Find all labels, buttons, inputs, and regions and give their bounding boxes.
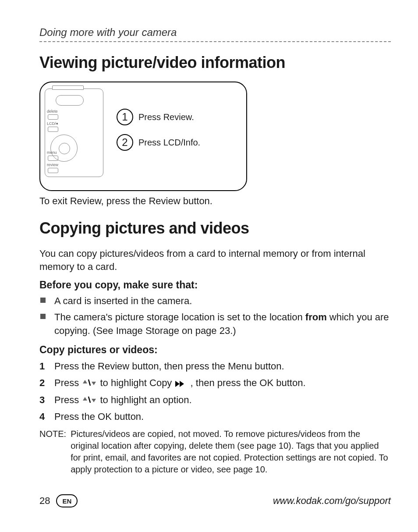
page-number: 28: [39, 495, 50, 507]
step-text-1: Press Review.: [138, 112, 194, 122]
camera-button-delete: [48, 114, 58, 120]
up-down-arrow-icon: [81, 395, 97, 406]
svg-marker-5: [83, 397, 87, 401]
svg-marker-4: [180, 381, 184, 387]
camera-label-review: review: [47, 163, 58, 167]
step-number-1: 1: [117, 109, 133, 125]
support-url: www.kodak.com/go/support: [273, 495, 391, 507]
camera-label-delete: delete: [47, 109, 58, 113]
camera-button-menu: [48, 156, 58, 161]
bullet-item-storage-location: The camera's picture storage location is…: [39, 311, 391, 338]
step-post: to highlight an option.: [100, 394, 191, 405]
step-num-4: 4: [39, 410, 45, 424]
section-title-viewing: Viewing picture/video information: [39, 53, 391, 72]
subheading-before-copy: Before you copy, make sure that:: [39, 279, 391, 291]
step-item-3: 3 Press to highlight an option.: [39, 393, 391, 407]
svg-line-6: [89, 397, 90, 403]
copy-forward-icon: [174, 376, 188, 390]
camera-diagram: delete LCD/● menu review 1 Press Review.…: [39, 82, 247, 191]
svg-marker-3: [175, 381, 180, 387]
step-item-4: 4 Press the OK button.: [39, 410, 391, 424]
header-rule: [39, 41, 391, 42]
note-text: Pictures/videos are copied, not moved. T…: [71, 428, 391, 475]
camera-button-review: [48, 168, 58, 173]
diagram-step-1: 1 Press Review.: [117, 109, 194, 125]
page-footer: 28 EN www.kodak.com/go/support: [39, 494, 391, 507]
step-pre: Press: [54, 394, 81, 405]
svg-marker-7: [92, 399, 96, 402]
step-text-2: Press LCD/Info.: [138, 138, 200, 148]
bullet-item-card-inserted: A card is inserted in the camera.: [39, 294, 391, 308]
step-number-2: 2: [117, 134, 133, 151]
camera-lens: [56, 95, 84, 106]
step-text: Press the Review button, then press the …: [54, 361, 284, 372]
step-num-1: 1: [39, 359, 45, 373]
exit-review-caption: To exit Review, press the Review button.: [39, 195, 391, 207]
section-title-copying: Copying pictures and videos: [39, 219, 391, 238]
note-label: NOTE:: [39, 428, 71, 475]
note-block: NOTE: Pictures/videos are copied, not mo…: [39, 428, 391, 475]
step-mid: to highlight Copy: [100, 377, 174, 388]
step-item-2: 2 Press to highlight Copy , then press t…: [39, 376, 391, 390]
step-pre: Press: [54, 377, 81, 388]
camera-label-menu: menu: [47, 150, 57, 155]
bullet-text-bold: from: [305, 312, 327, 323]
running-head: Doing more with your camera: [39, 26, 391, 39]
svg-line-1: [89, 379, 90, 386]
step-num-3: 3: [39, 393, 45, 407]
step-num-2: 2: [39, 376, 45, 390]
bullet-text-pre: The camera's picture storage location is…: [54, 312, 305, 323]
up-down-arrow-icon: [81, 378, 97, 389]
svg-marker-2: [92, 382, 96, 385]
diagram-step-2: 2 Press LCD/Info.: [117, 134, 200, 151]
camera-button-lcd: [48, 127, 58, 132]
camera-outline: delete LCD/● menu review: [45, 89, 103, 177]
step-text: Press the OK button.: [54, 411, 144, 422]
subheading-copy-steps: Copy pictures or videos:: [39, 344, 391, 356]
step-item-1: 1 Press the Review button, then press th…: [39, 359, 391, 373]
language-badge: EN: [56, 494, 78, 507]
step-post: , then press the OK button.: [191, 377, 306, 388]
svg-marker-0: [83, 380, 87, 383]
camera-label-lcd: LCD/●: [47, 121, 58, 126]
copying-intro: You can copy pictures/videos from a card…: [39, 247, 391, 273]
